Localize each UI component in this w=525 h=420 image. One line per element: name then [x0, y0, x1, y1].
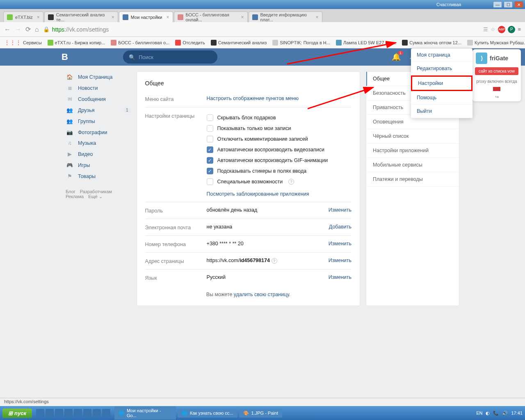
checkbox-row[interactable]: ✓Автоматически воспроизводить GIF-анимац… — [207, 155, 352, 166]
checkbox[interactable] — [207, 136, 213, 142]
bookmark-item[interactable]: eTXT.ru - Биржа копир... — [48, 40, 105, 46]
browser-tab[interactable]: Семантический анализ те...× — [44, 11, 118, 22]
clock[interactable]: 17:41 — [511, 411, 523, 415]
close-tab-icon[interactable]: × — [316, 14, 319, 20]
ql-icon[interactable] — [55, 409, 63, 417]
menu-icon[interactable]: ≡ — [518, 26, 521, 32]
frigate-extension-panel[interactable]: ⟩friGate сайт из списка vow proxy включе… — [472, 49, 521, 101]
ql-icon[interactable] — [36, 409, 44, 417]
notifications-icon[interactable]: 🔔1 — [392, 52, 401, 62]
help-icon[interactable]: ? — [272, 258, 277, 264]
start-button[interactable]: ⊞пуск — [2, 409, 32, 418]
close-tab-icon[interactable]: × — [112, 14, 114, 20]
checkbox[interactable] — [207, 178, 213, 185]
change-password-link[interactable]: Изменить — [329, 207, 352, 214]
settings-tab[interactable]: Настройки приложений — [366, 144, 459, 158]
ql-icon[interactable] — [74, 409, 82, 417]
footer-link[interactable]: Блог — [66, 189, 75, 194]
dropdown-item[interactable]: Настройки — [411, 75, 472, 91]
ql-icon[interactable] — [93, 409, 101, 417]
help-icon[interactable]: ? — [288, 179, 294, 185]
lang-indicator[interactable]: EN — [476, 411, 482, 415]
bookmark-item[interactable]: Сумка жіноча оптом 12... — [402, 40, 461, 46]
dropdown-item[interactable]: Выйти — [411, 105, 472, 118]
sidebar-item[interactable]: ✉Сообщения — [66, 94, 131, 105]
maximize-button[interactable]: ☐ — [504, 1, 513, 8]
sidebar-item[interactable]: 📷Фотографии — [66, 127, 131, 138]
ext-icon[interactable]: P — [508, 26, 515, 33]
close-tab-icon[interactable]: × — [37, 14, 40, 20]
configure-menu-link[interactable]: Настроить отображение пунктов меню — [207, 96, 299, 101]
bookmark-item[interactable]: Семантический анализ — [211, 40, 267, 46]
sidebar-item[interactable]: ▶Видео — [66, 148, 131, 160]
back-button[interactable]: ← — [4, 26, 11, 33]
checkbox[interactable]: ✓ — [207, 146, 213, 153]
bookmark-item[interactable]: Отследить — [175, 40, 205, 46]
dropdown-item[interactable]: Моя страница — [411, 48, 472, 62]
browser-tab[interactable]: eTXT.biz× — [3, 11, 43, 22]
apps-button[interactable]: ⋮⋮⋮Сервисы — [4, 39, 42, 46]
share-icon[interactable]: ↪ — [472, 93, 521, 101]
change-address-link[interactable]: Изменить — [329, 258, 352, 264]
search-input[interactable]: 🔍 Поиск — [123, 50, 217, 64]
checkbox[interactable]: ✓ — [207, 168, 213, 174]
forward-button[interactable]: → — [15, 26, 21, 33]
footer-link[interactable]: Ещё ⌄ — [88, 194, 103, 199]
change-phone-link[interactable]: Изменить — [329, 241, 352, 247]
sidebar-item[interactable]: 👥Группы — [66, 116, 131, 127]
bookmark-item[interactable]: Лампа LED 5W E27 све... — [336, 40, 396, 46]
minimize-button[interactable]: — — [493, 1, 502, 8]
checkbox[interactable] — [207, 114, 213, 121]
taskbar-task[interactable]: 🌐 Как узнать свою сс... — [178, 409, 237, 418]
sidebar-item[interactable]: 👥Друзья1 — [66, 105, 131, 116]
checkbox-row[interactable]: Специальные возможности? — [207, 176, 352, 187]
checkbox-row[interactable]: ✓Автоматически воспроизводить видеозапис… — [207, 144, 352, 155]
checkbox[interactable]: ✓ — [207, 157, 213, 164]
dropdown-item[interactable]: Помощь — [411, 91, 472, 105]
sidebar-item[interactable]: ≣Новости — [66, 82, 131, 94]
ql-icon[interactable] — [83, 409, 91, 417]
abp-icon[interactable]: ABP — [498, 26, 505, 33]
ql-icon[interactable] — [46, 409, 54, 417]
browser-tab-active[interactable]: Мои настройки× — [119, 11, 173, 22]
browser-tab[interactable]: Введите информацию плат...× — [249, 11, 322, 22]
settings-tab[interactable]: Мобильные сервисы — [366, 158, 459, 172]
blocked-apps-link[interactable]: Посмотреть заблокированные приложения — [207, 191, 309, 197]
add-email-link[interactable]: Добавить — [329, 224, 352, 231]
checkbox-row[interactable]: Показывать только мои записи — [207, 123, 352, 134]
star-icon[interactable]: ☆ — [491, 26, 495, 32]
bookmark-icon[interactable]: ☰ — [483, 26, 488, 32]
close-window-button[interactable]: ✕ — [514, 1, 523, 8]
checkbox-row[interactable]: Отключить комментирование записей — [207, 134, 352, 144]
footer-link[interactable]: Разработчикам — [80, 189, 112, 194]
change-language-link[interactable]: Изменить — [329, 274, 352, 281]
sidebar-item[interactable]: 🏠Моя Страница — [66, 71, 131, 82]
settings-tab[interactable]: Платежи и переводы — [366, 172, 459, 187]
tray-icon[interactable]: 🔊 — [502, 411, 508, 416]
system-tray[interactable]: EN ◐ 📞 🔊 17:41 — [476, 411, 523, 416]
bookmark-item[interactable]: SINOPTIK: Погода в Н... — [272, 40, 330, 46]
taskbar-task[interactable]: 🌐 Мои настройки - Go... — [114, 406, 176, 420]
dropdown-item[interactable]: Редактировать — [411, 62, 472, 75]
ql-icon[interactable] — [64, 409, 73, 417]
close-tab-icon[interactable]: × — [167, 14, 169, 20]
sidebar-item[interactable]: ♫Музыка — [66, 138, 131, 148]
settings-tab[interactable]: Чёрный список — [366, 129, 459, 144]
bookmark-item[interactable]: Купить Мужская Рубаш... — [467, 40, 525, 46]
sidebar-item[interactable]: ⚑Товары — [66, 171, 131, 182]
close-tab-icon[interactable]: × — [241, 14, 244, 20]
sidebar-item[interactable]: 🎮Игры — [66, 160, 131, 171]
tray-icon[interactable]: ◐ — [486, 411, 490, 416]
ql-icon[interactable] — [102, 409, 110, 417]
vk-logo[interactable]: В — [57, 52, 123, 62]
home-button[interactable]: ⌂ — [35, 26, 39, 33]
url-field[interactable]: 🔒 https://vk.com/settings — [43, 26, 479, 33]
checkbox-row[interactable]: Скрывать блок подарков — [207, 112, 352, 123]
footer-link[interactable]: Реклама — [66, 194, 84, 199]
browser-tab[interactable]: БОСС - биллинговая онлай...× — [174, 11, 248, 22]
tray-icon[interactable]: 📞 — [493, 411, 499, 416]
bookmark-item[interactable]: БОСС - биллинговая о... — [111, 40, 169, 46]
reload-button[interactable]: ⟳ — [25, 25, 31, 33]
taskbar-task[interactable]: 🎨 1.JPG - Paint — [239, 409, 282, 418]
checkbox[interactable] — [207, 125, 213, 132]
